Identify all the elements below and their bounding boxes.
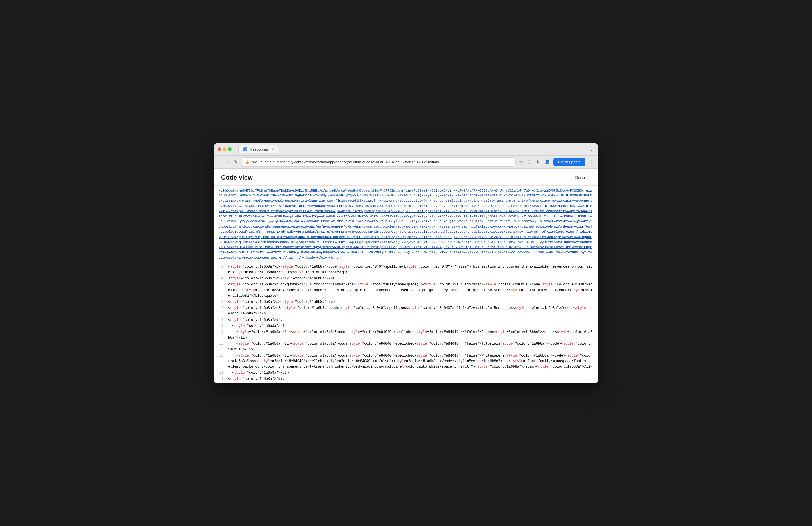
- page-title: Code view: [221, 174, 253, 181]
- minimize-button[interactable]: [223, 147, 226, 151]
- encoded-text-block: +o8w9pq6xvhe5MTSGzTFk8nuYQBuoeTBqkDeAs9O…: [219, 188, 593, 263]
- close-button[interactable]: [218, 147, 221, 151]
- line-number: 4: [219, 276, 228, 281]
- code-lines: 3<style="color:#1a6b8a">p><style="color:…: [219, 264, 593, 383]
- line-number: 7: [219, 305, 228, 311]
- table-row: 3<style="color:#1a6b8a">p><style="color:…: [219, 264, 593, 275]
- table-row: 4<style="color:#1a6b8a">p><style="color:…: [219, 275, 593, 282]
- code-editor[interactable]: +o8w9pq6xvhe5MTSGzTFk8nuYQBuoeTBqkDeAs9O…: [214, 186, 598, 383]
- line-number: 3: [219, 264, 228, 270]
- maximize-button[interactable]: [228, 147, 232, 151]
- table-row: 7<style="color:#1a6b8a">h2><style="color…: [219, 305, 593, 317]
- address-toolbar-right: ☆ ⬡ ⬇ 👤 Finish update ⋮: [518, 158, 594, 166]
- table-row: 12 <style="color:#1a6b8a">li><style="col…: [219, 353, 593, 370]
- line-number: 9: [219, 324, 228, 329]
- new-tab-button[interactable]: +: [279, 145, 287, 153]
- line-number: 13: [219, 370, 228, 376]
- line-content: <style="color:#1a6b8a">ul>: [228, 324, 593, 329]
- encoded-text[interactable]: +o8w9pq6xvhe5MTSGzTFk8nuYQBuoeTBqkDeAs9O…: [219, 188, 593, 263]
- line-number: 6: [219, 299, 228, 305]
- line-content: <style="color:#1a6b8a">div>: [228, 317, 593, 323]
- line-content: <style="color:#1a6b8a">p><style="color:#…: [228, 264, 593, 275]
- line-content: <style="color:#1a6b8a">blockquote><style…: [228, 282, 593, 299]
- table-row: 9 <style="color:#1a6b8a">ul>: [219, 323, 593, 329]
- back-button[interactable]: ‹: [218, 158, 222, 166]
- line-number: 8: [219, 317, 228, 323]
- table-row: 6<style="color:#1a6b8a">p><style="color:…: [219, 299, 593, 305]
- line-number: 11: [219, 341, 228, 347]
- done-button[interactable]: Done: [569, 173, 591, 182]
- line-number: 10: [219, 330, 228, 335]
- table-row: 13 <style="color:#1a6b8a">/ul>: [219, 370, 593, 376]
- downloads-icon[interactable]: ⬇: [535, 158, 541, 166]
- refresh-button[interactable]: ↻: [232, 159, 240, 165]
- line-number: 15: [219, 383, 228, 383]
- tab-favicon: R: [243, 147, 247, 151]
- table-row: 8<style="color:#1a6b8a">div>: [219, 317, 593, 323]
- table-row: 10 <style="color:#1a6b8a">li><style="col…: [219, 329, 593, 341]
- line-number: 5: [219, 282, 228, 287]
- editor-content: +o8w9pq6xvhe5MTSGzTFk8nuYQBuoeTBqkDeAs9O…: [214, 188, 598, 383]
- forward-button[interactable]: ›: [225, 158, 230, 166]
- extensions-icon[interactable]: ⬡: [526, 158, 533, 166]
- page-content: Code view Done +o8w9pq6xvhe5MTSGzTFk8nuY…: [214, 168, 598, 383]
- traffic-lights: [218, 147, 232, 151]
- bookmark-icon[interactable]: ☆: [518, 158, 524, 166]
- tab-title: Resources: [250, 147, 268, 151]
- address-bar: ‹ › ↻ 🔒 pro.3b0ce.cloud.sitefinity.com/S…: [214, 156, 598, 168]
- line-content: <style="color:#1a6b8a">/ul>: [228, 370, 593, 376]
- toolbar-right: ⌄: [588, 145, 594, 153]
- finish-update-label: Finish update: [558, 160, 581, 164]
- url-text: pro.3b0ce.cloud.sitefinity.com/Sitefinit…: [252, 160, 443, 164]
- table-row: 14<style="color:#1a6b8a">/div>: [219, 376, 593, 382]
- line-content: <style="color:#1a6b8a">p><style="color:#…: [228, 276, 593, 281]
- line-content: <style="color:#1a6b8a">/div>: [228, 376, 593, 382]
- active-tab[interactable]: R Resources ✕: [238, 145, 279, 153]
- line-content: <style="color:#1a6b8a">h2><style="color:…: [228, 305, 593, 316]
- table-row: 15<style="color:#1a6b8a">h3><style="colo…: [219, 382, 593, 383]
- line-number: 14: [219, 376, 228, 382]
- table-row: 5<style="color:#1a6b8a">blockquote><styl…: [219, 282, 593, 299]
- finish-update-button[interactable]: Finish update: [553, 158, 585, 166]
- code-view-header: Code view Done: [214, 168, 598, 186]
- line-content: <style="color:#1a6b8a">h3><style="color:…: [228, 383, 593, 383]
- lock-icon: 🔒: [245, 160, 249, 164]
- line-content: <style="color:#1a6b8a">li><style="color:…: [228, 341, 593, 352]
- table-row: 11 <style="color:#1a6b8a">li><style="col…: [219, 341, 593, 352]
- line-number: 12: [219, 353, 228, 359]
- title-bar: R Resources ✕ + ⌄: [214, 143, 598, 156]
- line-content: <style="color:#1a6b8a">p><style="color:#…: [228, 299, 593, 305]
- tab-bar: R Resources ✕ +: [238, 145, 287, 153]
- browser-window: R Resources ✕ + ⌄ ‹ › ↻ 🔒 pro.3b0ce.clou…: [214, 143, 598, 383]
- profile-icon[interactable]: 👤: [543, 158, 551, 166]
- line-content: <style="color:#1a6b8a">li><style="color:…: [228, 330, 593, 341]
- line-content: <style="color:#1a6b8a">li><style="color:…: [228, 353, 593, 370]
- tab-close-icon[interactable]: ✕: [271, 147, 274, 151]
- more-options-button[interactable]: ⌄: [588, 145, 594, 153]
- browser-menu-icon[interactable]: ⋮: [588, 158, 594, 166]
- url-bar[interactable]: 🔒 pro.3b0ce.cloud.sitefinity.com/Sitefin…: [242, 157, 516, 166]
